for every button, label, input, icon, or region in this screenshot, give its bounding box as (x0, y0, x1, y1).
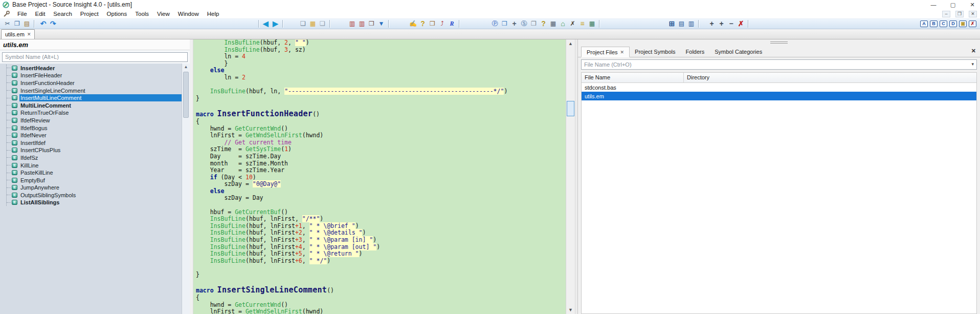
bookmark-icon[interactable]: ▥ (347, 19, 357, 28)
scrollbar-thumb[interactable] (183, 72, 189, 118)
symbol-item-pastekillline[interactable]: EPasteKillLine (0, 169, 182, 177)
add-line-icon[interactable]: + (707, 19, 717, 28)
inspect-icon[interactable]: ? (539, 19, 548, 28)
file-name-input[interactable] (581, 59, 977, 70)
tab-utils-em[interactable]: utils.em ✕ (1, 29, 35, 39)
tab-symbol-categories[interactable]: Symbol Categories (709, 46, 767, 57)
forward-icon[interactable]: ▶ (271, 19, 280, 28)
child-restore-button[interactable]: ❐ (955, 11, 964, 17)
symbol-item-jumpanywhere[interactable]: EJumpAnywhere (0, 184, 182, 192)
marker-a-icon[interactable]: A (920, 20, 928, 27)
clip-window-icon[interactable]: ❐ (529, 19, 539, 28)
column-header-file-name[interactable]: File Name (582, 73, 684, 82)
symbol-item-ifdefnever[interactable]: EIfdefNever (0, 132, 182, 139)
column-layout-icon[interactable]: ▥ (686, 19, 696, 28)
folder-icon[interactable]: ▣ (959, 20, 967, 27)
paste-icon[interactable]: ▤ (22, 19, 32, 28)
symbol-item-insertfunctionheader[interactable]: EInsertFunctionHeader (0, 79, 182, 87)
symbol-item-listallsiblings[interactable]: EListAllSiblings (0, 199, 182, 206)
menu-search[interactable]: Search (49, 11, 76, 17)
code-editor[interactable]: InsBufLine(hbuf, 2, " ") InsBufLine(hbuf… (193, 39, 566, 314)
symbol-item-insertmultilinecomment[interactable]: EInsertMultiLineComment (0, 94, 182, 102)
menu-file[interactable]: File (13, 11, 31, 17)
symbol-item-returntrueorfalse[interactable]: EReturnTrueOrFalse (0, 109, 182, 117)
row-layout-icon[interactable]: ▤ (677, 19, 686, 28)
marker-b-icon[interactable]: B (930, 20, 938, 27)
menu-edit[interactable]: Edit (31, 11, 50, 17)
tab-project-files[interactable]: Project Files✕ (581, 47, 630, 57)
help-contents-icon[interactable]: ? (418, 19, 428, 28)
symbol-item-insertifdef[interactable]: EInsertIfdef (0, 139, 182, 146)
marker-c-icon[interactable]: C (940, 20, 947, 27)
tab-folders[interactable]: Folders (681, 46, 710, 57)
scroll-up-icon[interactable]: ▲ (182, 64, 190, 71)
symbol-item-insertcplusplus[interactable]: EInsertCPlusPlus (0, 146, 182, 154)
symbol-search-input[interactable] (2, 52, 188, 62)
symbol-item-ifdefreview[interactable]: EIfdefReview (0, 117, 182, 124)
undo-icon[interactable]: ↶ (38, 19, 48, 28)
symbol-item-insertsinglelinecomment[interactable]: EInsertSingleLineComment (0, 87, 182, 94)
menu-tools[interactable]: Tools (131, 11, 153, 17)
folder-remove-icon[interactable]: ✗ (969, 20, 976, 27)
insert-line-icon[interactable]: + (717, 19, 726, 28)
remove-line-icon[interactable]: − (726, 19, 736, 28)
close-button[interactable]: ✕ (969, 2, 976, 8)
symbol-item-insertfileheader[interactable]: EInsertFileHeader (0, 72, 182, 79)
file-row-utils.em[interactable]: utils.em (582, 92, 976, 100)
menu-project[interactable]: Project (76, 11, 103, 17)
symbol-item-killline[interactable]: EKillLine (0, 161, 182, 169)
goto-line-icon[interactable]: ❒ (367, 19, 376, 28)
lookup-references-icon[interactable]: ✍ (408, 19, 418, 28)
child-close-button[interactable]: ✕ (969, 11, 977, 17)
symbol-item-emptybuf[interactable]: EEmptyBuf (0, 176, 182, 184)
menu-view[interactable]: View (153, 11, 174, 17)
symbol-window-icon[interactable]: Ⓢ (519, 19, 529, 28)
open-file-icon[interactable]: ▦ (308, 19, 318, 28)
minimize-button[interactable]: — (930, 2, 937, 8)
file-row-stdconst.bas[interactable]: stdconst.bas (582, 83, 976, 92)
symbol-item-ifdefsz[interactable]: EIfdefSz (0, 154, 182, 162)
scroll-down-icon[interactable]: ▼ (566, 306, 575, 314)
panel-close-icon[interactable]: ✕ (971, 48, 976, 54)
copy-icon[interactable]: ❐ (12, 19, 22, 28)
symbol-item-outputsiblingsymbols[interactable]: EOutputSiblingSymbols (0, 192, 182, 199)
home-icon[interactable]: ⌂ (558, 19, 568, 28)
tab-close-icon[interactable]: ✕ (620, 50, 625, 55)
save-file-icon[interactable]: ❏ (318, 19, 327, 28)
context-window-icon[interactable]: ❒ (500, 19, 509, 28)
symbol-list-scrollbar[interactable]: ▲ (182, 64, 190, 314)
new-file-icon[interactable]: ❏ (298, 19, 308, 28)
relation-graph-icon[interactable]: ⤴ (437, 19, 447, 28)
bookmark-list-icon[interactable]: ≡ (577, 19, 587, 28)
parse-icon[interactable]: Ⓟ (490, 19, 500, 28)
marker-d-icon[interactable]: D (949, 20, 957, 27)
scrollbar-thumb[interactable] (567, 101, 574, 116)
file-list-icon[interactable]: ▦ (587, 19, 597, 28)
project-window-icon[interactable]: ▦ (548, 19, 558, 28)
panel-drag-handle[interactable] (578, 39, 980, 46)
symbol-item-ifdefbogus[interactable]: EIfdefBogus (0, 124, 182, 132)
back-icon[interactable]: ◀ (261, 19, 271, 28)
tab-project-symbols[interactable]: Project Symbols (630, 46, 680, 57)
scroll-up-icon[interactable]: ▲ (566, 39, 575, 48)
browse-files-icon[interactable]: ❒ (428, 19, 437, 28)
split-window-icon[interactable]: + (509, 19, 519, 28)
child-minimize-button[interactable]: – (942, 11, 950, 17)
cut-icon[interactable]: ✂ (3, 19, 12, 28)
tab-close-icon[interactable]: ✕ (27, 32, 31, 37)
redo-icon[interactable]: ↷ (48, 19, 58, 28)
column-header-directory[interactable]: Directory (684, 73, 976, 82)
bookmark-next-icon[interactable]: ▥ (357, 19, 367, 28)
symbol-item-insertheader[interactable]: EInsertHeader (0, 65, 182, 72)
symbol-item-multilinecomment[interactable]: EMultiLineComment (0, 101, 182, 109)
maximize-button[interactable]: ▢ (949, 2, 956, 8)
drop-anchor-icon[interactable]: ▼ (376, 19, 386, 28)
r-script-icon[interactable]: R (447, 19, 457, 28)
delete-line-icon[interactable]: ✗ (736, 19, 746, 28)
menu-options[interactable]: Options (103, 11, 131, 17)
chevron-down-icon[interactable]: ▾ (971, 61, 974, 67)
editor-scrollbar[interactable]: ▲ ▼ (566, 39, 575, 314)
close-window-icon[interactable]: ✗ (568, 19, 577, 28)
menu-help[interactable]: Help (203, 11, 224, 17)
menu-window[interactable]: Window (174, 11, 203, 17)
